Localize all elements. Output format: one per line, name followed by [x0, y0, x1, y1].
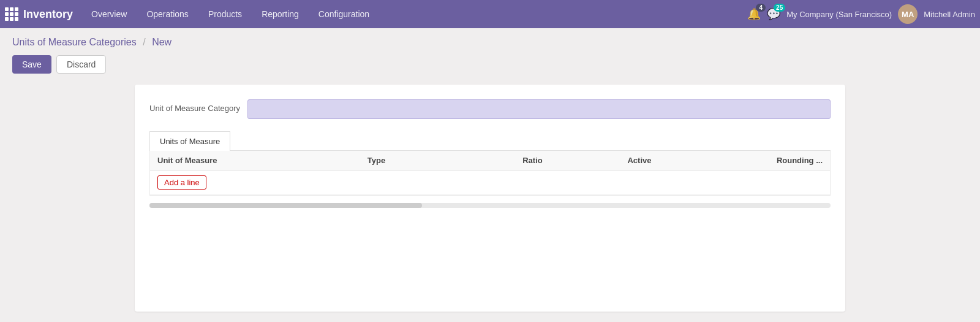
table-body: Add a line	[150, 171, 830, 195]
units-table: Unit of Measure Type Ratio Active Roundi	[150, 151, 830, 195]
category-input-wrapper	[247, 99, 831, 119]
category-label: Unit of Measure Category	[149, 99, 247, 114]
app-title: Inventory	[23, 8, 73, 21]
admin-name: Mitchell Admin	[924, 10, 975, 19]
discard-button[interactable]: Discard	[56, 55, 106, 74]
avatar[interactable]: MA	[898, 4, 918, 24]
breadcrumb-separator: /	[143, 37, 145, 47]
breadcrumb: Units of Measure Categories / New	[12, 37, 968, 48]
notification-bell[interactable]: 🔔 4	[747, 7, 761, 21]
nav-products[interactable]: Products	[200, 0, 251, 28]
scrollbar-track[interactable]	[149, 203, 831, 208]
table-header-row: Unit of Measure Type Ratio Active Roundi	[150, 151, 830, 171]
add-line-row: Add a line	[150, 171, 830, 195]
message-badge: 25	[774, 4, 785, 12]
col-rounding: Rounding ...	[658, 151, 830, 171]
company-name: My Company (San Francisco)	[786, 10, 892, 19]
col-type: Type	[360, 151, 453, 171]
grid-icon	[5, 7, 18, 21]
breadcrumb-current: New	[152, 37, 172, 47]
nav-configuration[interactable]: Configuration	[310, 0, 378, 28]
scrollbar-thumb	[149, 203, 422, 208]
col-ratio: Ratio	[452, 151, 549, 171]
breadcrumb-parent[interactable]: Units of Measure Categories	[12, 37, 137, 47]
navbar-right: 🔔 4 💬 25 My Company (San Francisco) MA M…	[747, 4, 975, 24]
action-buttons: Save Discard	[12, 55, 968, 74]
nav-reporting[interactable]: Reporting	[253, 0, 307, 28]
add-line-cell: Add a line	[150, 171, 830, 195]
add-line-button[interactable]: Add a line	[157, 175, 206, 190]
tabs: Units of Measure	[149, 131, 831, 151]
message-icon-wrapper[interactable]: 💬 25	[767, 7, 780, 21]
col-unit-of-measure: Unit of Measure	[150, 151, 360, 171]
tab-units-of-measure[interactable]: Units of Measure	[149, 131, 230, 151]
form-card: Unit of Measure Category Units of Measur…	[135, 85, 845, 312]
category-field-row: Unit of Measure Category	[149, 99, 831, 119]
save-button[interactable]: Save	[12, 55, 51, 74]
notification-badge: 4	[756, 4, 766, 12]
nav-overview[interactable]: Overview	[83, 0, 135, 28]
category-input[interactable]	[247, 99, 831, 119]
nav-operations[interactable]: Operations	[138, 0, 197, 28]
table-wrapper: Unit of Measure Type Ratio Active Roundi	[149, 151, 831, 196]
navbar: Inventory Overview Operations Products R…	[0, 0, 980, 28]
col-active: Active	[550, 151, 659, 171]
app-brand[interactable]: Inventory	[5, 7, 73, 21]
page-content: Units of Measure Categories / New Save D…	[0, 28, 980, 320]
